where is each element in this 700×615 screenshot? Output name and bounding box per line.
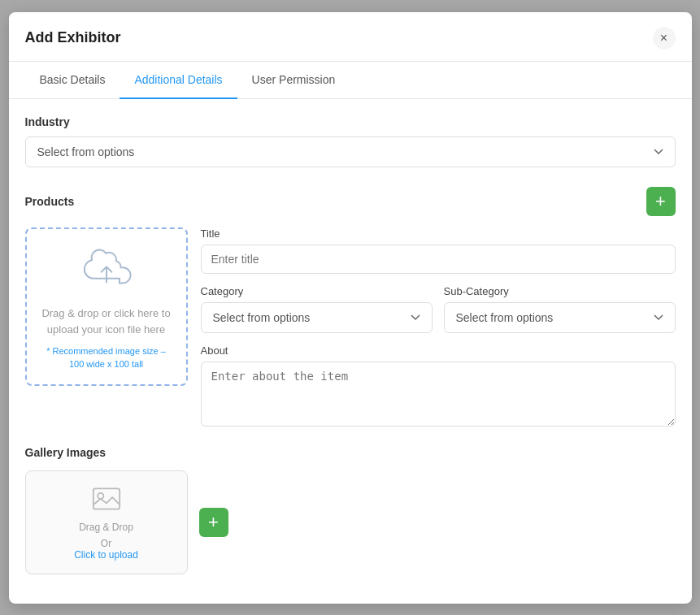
about-label: About xyxy=(201,344,676,357)
close-button[interactable]: × xyxy=(653,27,676,50)
modal-header: Add Exhibitor × xyxy=(9,12,692,62)
subcategory-field-group: Sub-Category Select from options xyxy=(444,285,676,333)
gallery-row: Drag & Drop Or Click to upload + xyxy=(25,470,676,574)
products-section: Products + Drag & drop or click here to … xyxy=(25,187,676,427)
image-icon xyxy=(92,484,121,517)
title-field-group: Title xyxy=(201,227,676,274)
subcategory-label: Sub-Category xyxy=(444,285,676,297)
add-exhibitor-modal: Add Exhibitor × Basic Details Additional… xyxy=(9,12,692,604)
gallery-section: Gallery Images Drag & Drop Or Click t xyxy=(25,446,676,574)
product-row: Drag & drop or click here to upload your… xyxy=(25,227,676,427)
industry-select[interactable]: Select from options xyxy=(25,136,676,167)
gallery-label: Gallery Images xyxy=(25,446,676,459)
category-field-group: Category Select from options xyxy=(201,285,433,333)
industry-section: Industry Select from options xyxy=(25,115,676,167)
subcategory-select[interactable]: Select from options xyxy=(444,302,676,333)
industry-label: Industry xyxy=(25,115,676,128)
category-row: Category Select from options Sub-Categor… xyxy=(201,285,676,333)
about-field-group: About xyxy=(201,344,676,427)
tab-bar: Basic Details Additional Details User Pe… xyxy=(9,62,692,99)
add-product-button[interactable]: + xyxy=(646,187,676,216)
product-upload-zone[interactable]: Drag & drop or click here to upload your… xyxy=(25,227,188,386)
upload-text: Drag & drop or click here to upload your… xyxy=(40,305,173,337)
category-select[interactable]: Select from options xyxy=(201,302,433,333)
about-textarea[interactable] xyxy=(201,362,676,427)
gallery-drag-text: Drag & Drop xyxy=(79,522,133,533)
gallery-upload-link[interactable]: Click to upload xyxy=(74,549,138,561)
gallery-or-text: Or xyxy=(101,538,111,549)
gallery-upload-zone[interactable]: Drag & Drop Or Click to upload xyxy=(25,470,188,574)
title-label: Title xyxy=(201,227,676,240)
tab-additional-details[interactable]: Additional Details xyxy=(120,62,237,99)
products-label: Products xyxy=(25,195,75,208)
products-header: Products + xyxy=(25,187,676,216)
svg-rect-0 xyxy=(93,488,119,509)
svg-point-1 xyxy=(98,492,103,498)
tab-user-permission[interactable]: User Permission xyxy=(237,62,350,99)
modal-overlay: Add Exhibitor × Basic Details Additional… xyxy=(0,0,700,615)
add-gallery-button[interactable]: + xyxy=(199,508,228,537)
product-fields: Title Category Select from options xyxy=(201,227,676,427)
upload-hint: * Recommended image size – 100 wide x 10… xyxy=(40,345,173,370)
modal-title: Add Exhibitor xyxy=(25,29,121,46)
tab-basic-details[interactable]: Basic Details xyxy=(25,62,120,99)
category-label: Category xyxy=(201,285,433,297)
modal-body: Industry Select from options Products + xyxy=(9,99,692,604)
cloud-upload-icon xyxy=(80,242,133,297)
title-input[interactable] xyxy=(201,245,676,274)
